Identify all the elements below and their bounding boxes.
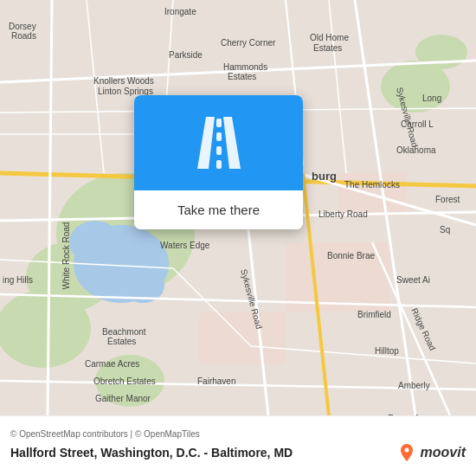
svg-rect-37 bbox=[216, 132, 222, 141]
svg-rect-38 bbox=[216, 146, 222, 155]
location-row: Hallford Street, Washington, D.C. - Balt… bbox=[10, 442, 466, 463]
svg-marker-35 bbox=[223, 117, 241, 169]
svg-point-6 bbox=[0, 290, 91, 368]
svg-point-7 bbox=[95, 355, 164, 407]
attribution-text: © OpenStreetMap contributors | © OpenMap… bbox=[10, 429, 466, 439]
moovit-logo-text: moovit bbox=[421, 445, 466, 460]
take-me-there-button[interactable]: Take me there bbox=[134, 190, 303, 229]
card-image bbox=[134, 95, 303, 190]
svg-rect-11 bbox=[286, 242, 389, 312]
bottom-bar: © OpenStreetMap contributors | © OpenMap… bbox=[0, 415, 476, 476]
map-container: Irongate Cherry Corner Old Home Estates … bbox=[0, 0, 476, 415]
svg-point-40 bbox=[404, 448, 408, 453]
svg-marker-34 bbox=[197, 117, 215, 169]
location-text: Hallford Street, Washington, D.C. - Balt… bbox=[10, 446, 293, 460]
overlay-card: Take me there bbox=[134, 95, 303, 229]
svg-rect-39 bbox=[216, 160, 222, 169]
svg-point-9 bbox=[69, 221, 121, 264]
svg-rect-36 bbox=[216, 119, 222, 127]
road-icon bbox=[184, 108, 254, 177]
moovit-logo: moovit bbox=[396, 442, 466, 463]
moovit-pin-icon bbox=[396, 442, 417, 463]
